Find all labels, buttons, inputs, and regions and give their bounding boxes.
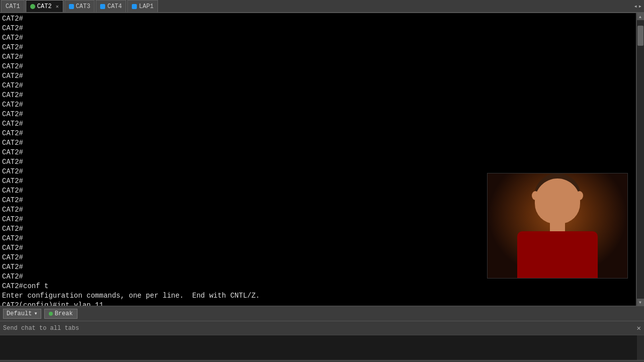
tab-cat4[interactable]: CAT4 — [96, 0, 126, 12]
terminal-line: CAT2# — [2, 81, 634, 90]
tab-cat2[interactable]: CAT2 ✕ — [26, 0, 63, 12]
terminal-line: CAT2# — [2, 90, 634, 100]
tab-cat1-label: CAT1 — [6, 3, 20, 10]
tab-cat2-label: CAT2 — [37, 3, 52, 10]
scroll-down-arrow[interactable]: ▼ — [637, 299, 644, 306]
tab-bar: CAT1 CAT2 ✕ CAT3 CAT4 LAP1 ◂ ▸ — [0, 0, 644, 13]
terminal-conf-t: CAT2#conf t — [2, 282, 634, 291]
terminal-line: CAT2# — [2, 110, 634, 119]
person-head — [535, 178, 580, 224]
tab-nav-arrows: ◂ ▸ — [634, 3, 644, 10]
terminal-line: CAT2# — [2, 119, 634, 129]
tab-cat4-label: CAT4 — [107, 3, 122, 10]
webcam-person — [488, 173, 627, 278]
scroll-track — [637, 20, 644, 299]
tab-lap1[interactable]: LAP1 — [127, 0, 158, 12]
person-body — [517, 231, 598, 279]
tab-cat4-icon — [100, 4, 105, 9]
person-ear-right — [576, 191, 583, 200]
terminal-line: CAT2# — [2, 148, 634, 157]
terminal-line: CAT2# — [2, 43, 634, 52]
terminal-line: CAT2# — [2, 24, 634, 33]
chat-input-area[interactable] — [0, 335, 644, 360]
scroll-up-arrow[interactable]: ▲ — [637, 13, 644, 20]
webcam-overlay — [487, 173, 628, 279]
terminal-line: CAT2# — [2, 33, 634, 43]
terminal-config-msg: Enter configuration commands, one per li… — [2, 291, 634, 301]
toolbar-default-label: Default — [7, 310, 32, 317]
terminal-line: CAT2# — [2, 71, 634, 81]
scroll-thumb[interactable] — [637, 26, 643, 46]
break-button[interactable]: Break — [44, 309, 77, 319]
terminal-int-vlan: CAT2(config)#int vlan 11 — [2, 301, 634, 306]
tab-lap1-label: LAP1 — [139, 3, 153, 10]
tab-cat1[interactable]: CAT1 — [1, 0, 25, 12]
person-ear-left — [532, 191, 539, 200]
terminal-line: CAT2# — [2, 62, 634, 71]
nav-arrow-left[interactable]: ◂ — [634, 3, 637, 10]
terminal-line: CAT2# — [2, 157, 634, 167]
chat-label: Send chat to all tabs — [3, 325, 79, 332]
chat-close-button[interactable]: ✕ — [637, 324, 641, 332]
toolbar-default-dropdown[interactable]: Default ▾ — [3, 309, 41, 319]
tab-lap1-icon — [132, 4, 137, 9]
terminal-line: CAT2# — [2, 14, 634, 24]
terminal-line: CAT2# — [2, 52, 634, 62]
chat-scrollbar[interactable] — [637, 335, 644, 360]
terminal-line: CAT2# — [2, 129, 634, 138]
terminal-scrollbar[interactable]: ▲ ▼ — [636, 13, 644, 306]
status-bar: Ready Telnet CAP NUM — [0, 360, 644, 362]
tab-cat3-icon — [69, 4, 74, 9]
tab-cat2-icon — [30, 4, 35, 9]
terminal[interactable]: CAT2# CAT2# CAT2# CAT2# CAT2# CAT2# CAT2… — [0, 13, 636, 306]
tab-cat2-close[interactable]: ✕ — [56, 4, 59, 10]
break-label: Break — [55, 310, 73, 317]
terminal-line: CAT2# — [2, 100, 634, 110]
tab-cat3[interactable]: CAT3 — [64, 0, 95, 12]
terminal-container: CAT2# CAT2# CAT2# CAT2# CAT2# CAT2# CAT2… — [0, 13, 644, 306]
nav-arrow-right[interactable]: ▸ — [638, 3, 642, 10]
dropdown-arrow-icon: ▾ — [34, 310, 37, 317]
tab-cat3-label: CAT3 — [76, 3, 91, 10]
toolbar: Default ▾ Break — [0, 306, 644, 321]
chat-bar: Send chat to all tabs ✕ — [0, 321, 644, 335]
terminal-line: CAT2# — [2, 138, 634, 148]
break-dot-icon — [49, 312, 53, 316]
